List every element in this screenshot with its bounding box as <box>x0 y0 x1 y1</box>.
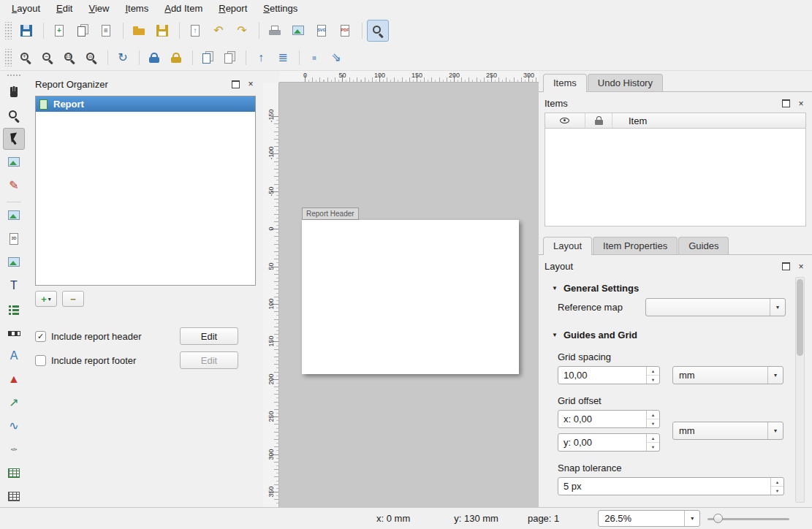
add-shape-tool-button[interactable]: ▲ <box>3 368 25 390</box>
export-pdf-button[interactable]: PDF <box>334 20 356 42</box>
refresh-view-button[interactable]: ↻ <box>113 47 133 68</box>
report-manager-button[interactable]: ≡ <box>95 20 117 42</box>
print-button[interactable] <box>264 20 286 42</box>
zoom-in-button[interactable]: + <box>15 47 36 68</box>
add-legend-tool-button[interactable] <box>3 298 25 320</box>
grid-offset-x-input[interactable]: x: 0,00 ▲▼ <box>558 410 660 428</box>
close-panel-button[interactable]: × <box>246 79 256 89</box>
add-html-tool-button[interactable]: </> <box>3 438 25 460</box>
align-items-button[interactable]: ≣ <box>273 47 293 68</box>
load-template-button[interactable] <box>128 20 150 42</box>
add-arrow-tool-button[interactable]: ↗ <box>3 392 25 414</box>
raise-items-button[interactable]: ↑ <box>251 47 271 68</box>
tab-undo-history[interactable]: Undo History <box>588 74 663 91</box>
duplicate-report-button[interactable] <box>72 20 94 42</box>
toolbar-drag-handle[interactable] <box>5 22 12 39</box>
scrollbar-thumb[interactable] <box>797 279 803 356</box>
spin-down-button[interactable]: ▼ <box>647 419 659 427</box>
include-report-footer-checkbox[interactable] <box>35 355 46 366</box>
spin-up-button[interactable]: ▲ <box>647 411 659 419</box>
add-attribute-table-tool-button[interactable] <box>3 462 25 484</box>
save-project-button[interactable] <box>15 20 37 42</box>
reference-map-select[interactable]: ▾ <box>645 298 786 316</box>
edit-header-button[interactable]: Edit <box>180 327 238 345</box>
zoom-level-combobox[interactable]: 26.5% ▾ <box>598 510 700 527</box>
add-map-tool-button[interactable] <box>3 205 25 227</box>
spin-down-button[interactable]: ▼ <box>647 443 659 451</box>
export-template-button[interactable]: ↑ <box>184 20 206 42</box>
spin-down-button[interactable]: ▼ <box>647 376 659 384</box>
add-picture-tool-button[interactable] <box>3 251 25 273</box>
dropdown-arrow-icon[interactable]: ▾ <box>684 511 699 526</box>
menu-add-item[interactable]: Add Item <box>157 1 210 15</box>
zoom-tool-button[interactable] <box>3 104 25 126</box>
menu-layout[interactable]: Layout <box>4 1 48 15</box>
preview-report-button[interactable] <box>367 20 389 42</box>
tab-items[interactable]: Items <box>543 74 587 92</box>
add-north-arrow-tool-button[interactable]: A <box>3 345 25 367</box>
menu-items[interactable]: Items <box>118 1 156 15</box>
zoom-slider[interactable] <box>707 511 789 526</box>
pan-tool-button[interactable] <box>3 81 25 103</box>
grid-offset-y-input[interactable]: y: 0,00 ▲▼ <box>558 433 660 452</box>
tree-item-report[interactable]: Report <box>36 96 255 112</box>
dropdown-arrow-icon[interactable]: ▾ <box>770 299 785 316</box>
save-template-button[interactable] <box>151 20 173 42</box>
menu-settings[interactable]: Settings <box>256 1 305 15</box>
ungroup-items-button[interactable] <box>219 47 240 68</box>
lock-items-button[interactable] <box>144 47 164 68</box>
include-report-header-checkbox[interactable]: ✓ <box>35 331 46 342</box>
zoom-out-button[interactable]: − <box>37 47 58 68</box>
unlock-items-button[interactable] <box>166 47 186 68</box>
menu-report[interactable]: Report <box>211 1 254 15</box>
move-content-tool-button[interactable] <box>3 151 25 173</box>
panel-scrollbar[interactable] <box>795 277 805 503</box>
grid-spacing-unit-select[interactable]: mm ▾ <box>672 366 783 384</box>
layout-viewport[interactable]: Report Header <box>279 83 539 507</box>
spin-up-button[interactable]: ▲ <box>647 434 659 443</box>
add-fixed-table-tool-button[interactable] <box>3 485 25 507</box>
undo-button[interactable]: ↶ <box>208 20 229 42</box>
export-image-button[interactable] <box>287 20 309 42</box>
grid-offset-unit-select[interactable]: mm ▾ <box>672 422 783 440</box>
add-section-button[interactable]: +▾ <box>35 291 57 307</box>
float-panel-button[interactable] <box>781 262 791 272</box>
tab-guides[interactable]: Guides <box>678 237 729 254</box>
new-report-button[interactable]: + <box>48 20 70 42</box>
zoom-actual-button[interactable]: 1:1 <box>59 47 80 68</box>
select-move-item-tool-button[interactable] <box>3 128 25 150</box>
items-list[interactable] <box>545 129 806 227</box>
close-panel-button[interactable]: × <box>796 262 806 272</box>
remove-section-button[interactable]: − <box>62 291 84 307</box>
general-settings-section-header[interactable]: ▼ General Settings <box>552 283 786 294</box>
guides-and-grid-section-header[interactable]: ▼ Guides and Grid <box>552 330 786 340</box>
toolbar-drag-handle[interactable] <box>6 74 22 77</box>
report-page[interactable] <box>302 220 519 374</box>
tab-item-properties[interactable]: Item Properties <box>593 237 678 254</box>
add-label-tool-button[interactable]: T <box>3 275 25 297</box>
group-items-button[interactable] <box>197 47 218 68</box>
float-panel-button[interactable] <box>230 79 240 89</box>
zoom-full-button[interactable]: ▭ <box>81 47 102 68</box>
resize-items-button[interactable]: ⇘ <box>326 47 346 68</box>
export-svg-button[interactable]: SVG <box>311 20 333 42</box>
menu-edit[interactable]: Edit <box>49 1 80 15</box>
dropdown-arrow-icon[interactable]: ▾ <box>767 422 783 439</box>
add-scalebar-tool-button[interactable] <box>3 321 25 343</box>
zoom-slider-thumb[interactable] <box>713 514 723 523</box>
dropdown-arrow-icon[interactable]: ▾ <box>767 367 783 384</box>
menu-view[interactable]: View <box>81 1 116 15</box>
spin-up-button[interactable]: ▲ <box>771 478 783 487</box>
edit-nodes-tool-button[interactable]: ✎ <box>3 175 25 197</box>
toolbar-drag-handle[interactable] <box>5 49 12 66</box>
tab-layout[interactable]: Layout <box>543 237 592 255</box>
grid-spacing-input[interactable]: 10,00 ▲▼ <box>558 366 660 384</box>
spin-up-button[interactable]: ▲ <box>647 367 659 376</box>
float-panel-button[interactable] <box>781 99 791 109</box>
close-panel-button[interactable]: × <box>796 99 806 109</box>
distribute-items-button[interactable]: ||| <box>304 47 325 68</box>
report-tree[interactable]: Report <box>35 96 256 286</box>
add-3d-map-tool-button[interactable]: 3D <box>3 228 25 250</box>
spin-down-button[interactable]: ▼ <box>771 487 783 495</box>
add-node-item-tool-button[interactable]: ∿ <box>3 415 25 437</box>
